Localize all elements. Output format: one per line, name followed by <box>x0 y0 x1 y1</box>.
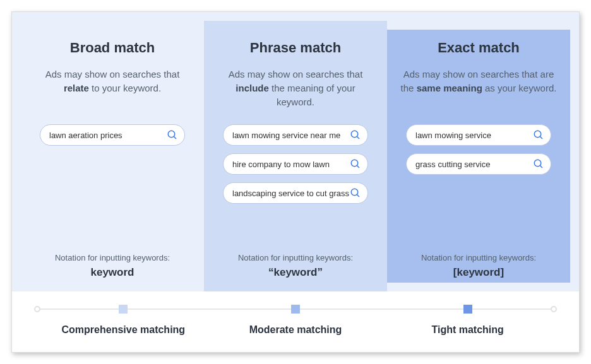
notation-value: keyword <box>30 266 195 279</box>
svg-line-1 <box>174 136 176 139</box>
panel-description: Ads may show on searches that are the sa… <box>396 68 561 112</box>
notation-label: Notation for inputting keywords: <box>30 253 195 262</box>
axis-tick-exact <box>463 305 472 314</box>
svg-point-2 <box>351 131 358 138</box>
panel-broad-match: Broad match Ads may show on searches tha… <box>21 21 204 291</box>
svg-line-3 <box>357 136 359 139</box>
svg-point-6 <box>351 189 358 196</box>
svg-point-4 <box>351 160 358 167</box>
axis-label-broad: Comprehensive matching <box>37 324 210 336</box>
svg-line-7 <box>357 194 359 197</box>
axis-label-phrase: Moderate matching <box>210 324 382 336</box>
panel-title: Phrase match <box>213 40 378 56</box>
match-types-diagram: Broad match Ads may show on searches tha… <box>11 11 580 353</box>
svg-point-0 <box>168 131 175 138</box>
search-text: hire company to mow lawn <box>232 160 330 169</box>
search-text: landscaping service to cut grass <box>232 189 349 198</box>
notation-label: Notation for inputting keywords: <box>396 253 561 262</box>
notation-value: “keyword” <box>213 266 378 279</box>
search-text: lawn mowing service <box>415 131 491 140</box>
svg-line-9 <box>540 136 542 139</box>
search-pill: landscaping service to cut grass <box>223 182 368 204</box>
search-pill: lawn aeration prices <box>40 124 185 146</box>
search-text: grass cutting service <box>415 160 491 169</box>
search-pill: lawn mowing service <box>406 124 551 146</box>
search-icon <box>350 158 361 170</box>
axis-tick-phrase <box>291 305 300 314</box>
example-searches: lawn mowing service grass cutting servic… <box>396 124 561 213</box>
search-text: lawn mowing service near me <box>232 131 340 140</box>
axis-labels: Comprehensive matching Moderate matching… <box>37 324 554 336</box>
svg-line-5 <box>357 165 359 168</box>
search-icon <box>533 158 544 170</box>
search-pill: lawn mowing service near me <box>223 124 368 146</box>
panel-title: Broad match <box>30 40 195 56</box>
search-icon <box>350 129 361 141</box>
panel-phrase-match: Phrase match Ads may show on searches th… <box>204 21 387 291</box>
axis-tick-broad <box>119 305 128 314</box>
example-searches: lawn mowing service near me hire company… <box>213 124 378 213</box>
svg-point-10 <box>534 160 541 167</box>
axis-label-exact: Tight matching <box>381 324 554 336</box>
panels-row: Broad match Ads may show on searches tha… <box>12 12 579 291</box>
panel-description: Ads may show on searches that include th… <box>213 68 378 112</box>
matching-spectrum: Comprehensive matching Moderate matching… <box>12 291 579 352</box>
notation-label: Notation for inputting keywords: <box>213 253 378 262</box>
search-icon <box>350 187 361 199</box>
svg-line-11 <box>540 165 542 168</box>
axis-endcap-right <box>551 306 557 312</box>
notation-value: [keyword] <box>396 266 561 279</box>
example-searches: lawn aeration prices <box>30 124 195 213</box>
search-pill: hire company to mow lawn <box>223 153 368 175</box>
panel-description: Ads may show on searches that relate to … <box>30 68 195 112</box>
spectrum-axis <box>37 305 554 313</box>
svg-point-8 <box>534 131 541 138</box>
panel-exact-match: Exact match Ads may show on searches tha… <box>387 30 570 283</box>
panel-title: Exact match <box>396 40 561 56</box>
axis-endcap-left <box>34 306 40 312</box>
search-icon <box>167 129 178 141</box>
search-icon <box>533 129 544 141</box>
search-pill: grass cutting service <box>406 153 551 175</box>
search-text: lawn aeration prices <box>49 131 122 140</box>
